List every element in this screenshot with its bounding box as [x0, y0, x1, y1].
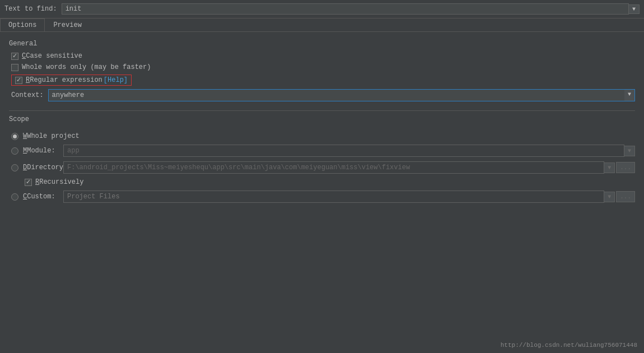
custom-input[interactable] — [63, 191, 604, 203]
directory-browse-button[interactable]: ... — [616, 162, 635, 173]
find-dialog: Text to find: ▼ Options Preview General … — [0, 0, 644, 353]
text-to-find-dropdown[interactable]: ▼ — [629, 4, 640, 14]
module-label: MModule: — [23, 147, 63, 155]
directory-label: DDirectory: — [23, 164, 63, 171]
regex-row: RRegular expression [Help] — [11, 75, 635, 86]
general-section-header: General — [9, 40, 635, 48]
case-sensitive-label: CCase sensitive — [22, 52, 82, 60]
scope-divider — [9, 110, 635, 111]
module-row: MModule: ▼ — [11, 145, 635, 157]
scope-section: Scope WWhole project MModule: ▼ — [9, 110, 635, 203]
case-sensitive-row: CCase sensitive — [11, 52, 635, 60]
custom-browse-button[interactable]: ... — [616, 191, 635, 202]
context-input[interactable] — [48, 89, 624, 101]
directory-input[interactable] — [63, 161, 604, 174]
text-to-find-label: Text to find: — [4, 5, 57, 13]
whole-words-row: Whole words only (may be faster) — [11, 63, 635, 71]
regex-help-link[interactable]: [Help] — [104, 76, 128, 84]
text-to-find-input[interactable] — [62, 3, 629, 15]
tab-preview[interactable]: Preview — [45, 18, 90, 31]
recursively-label: RRecursively — [35, 178, 83, 186]
module-radio[interactable] — [11, 147, 18, 155]
directory-dropdown-arrow[interactable]: ▼ — [604, 162, 615, 173]
tabs-bar: Options Preview — [0, 18, 644, 32]
scope-section-header: Scope — [9, 115, 635, 123]
recursively-row: RRecursively — [25, 178, 635, 186]
main-content: General CCase sensitive Whole words only… — [0, 32, 644, 353]
custom-radio[interactable] — [11, 193, 18, 201]
directory-radio[interactable] — [11, 164, 18, 171]
whole-project-radio[interactable] — [11, 133, 18, 140]
context-row: Context: ▼ — [11, 89, 635, 101]
context-label: Context: — [11, 91, 44, 99]
watermark: http://blog.csdn.net/wuliang756071448 — [501, 342, 637, 349]
whole-project-label: WWhole project — [23, 132, 80, 140]
context-dropdown-arrow[interactable]: ▼ — [624, 89, 635, 101]
case-sensitive-checkbox[interactable] — [11, 53, 18, 60]
module-input[interactable] — [63, 145, 624, 157]
regex-checkbox[interactable] — [15, 77, 22, 84]
custom-row: CCustom: ▼ ... — [11, 191, 635, 203]
whole-words-checkbox[interactable] — [11, 64, 18, 71]
regex-highlight-box: RRegular expression [Help] — [11, 75, 132, 86]
directory-row: DDirectory: ▼ ... — [11, 161, 635, 174]
tab-options[interactable]: Options — [0, 18, 45, 31]
whole-project-row: WWhole project — [11, 132, 635, 140]
whole-words-label: Whole words only (may be faster) — [22, 63, 151, 71]
module-dropdown-arrow[interactable]: ▼ — [624, 146, 635, 156]
context-dropdown-wrapper: ▼ — [48, 89, 635, 101]
custom-dropdown-arrow[interactable]: ▼ — [604, 192, 615, 202]
custom-label: CCustom: — [23, 193, 63, 201]
recursively-checkbox[interactable] — [25, 179, 32, 186]
text-to-find-row: Text to find: ▼ — [0, 0, 644, 18]
regex-label: RRegular expression — [26, 76, 102, 84]
